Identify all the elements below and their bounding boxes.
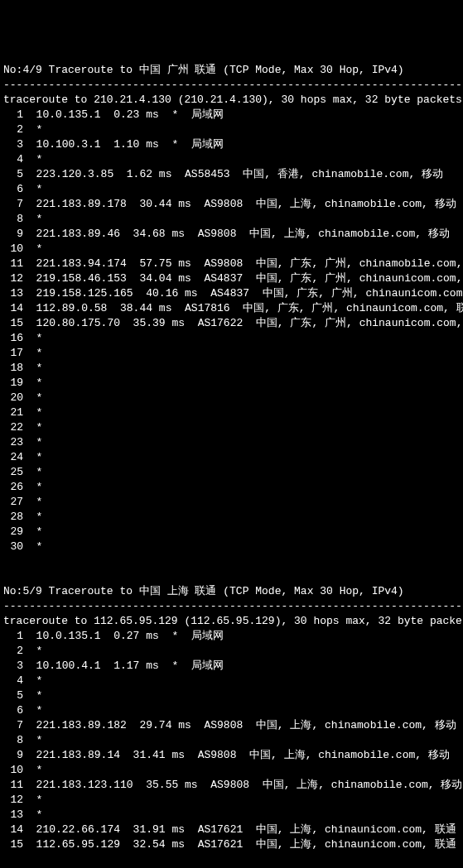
hop-row: 15 120.80.175.70 35.39 ms AS17622 中国, 广东… xyxy=(3,316,463,331)
hop-text: * xyxy=(23,213,42,225)
hop-row: 26 * xyxy=(3,480,463,495)
hop-row: 27 * xyxy=(3,495,463,510)
hop-row: 19 * xyxy=(3,376,463,391)
hop-text: 112.89.0.58 38.44 ms AS17816 中国, 广东, 广州,… xyxy=(23,302,463,314)
hop-row: 18 * xyxy=(3,361,463,376)
hop-row: 3 10.100.3.1 1.10 ms * 局域网 xyxy=(3,137,463,152)
hop-number: 5 xyxy=(3,167,23,182)
hop-number: 13 xyxy=(3,808,23,822)
hop-number: 17 xyxy=(3,346,23,361)
hop-text: * xyxy=(23,511,42,523)
hop-text: * xyxy=(23,183,42,195)
hop-row: 2 * xyxy=(3,644,463,659)
hop-row: 12 * xyxy=(3,793,463,808)
hop-row: 13 * xyxy=(3,808,463,822)
hop-number: 28 xyxy=(3,510,23,525)
hop-row: 11 221.183.123.110 35.55 ms AS9808 中国, 上… xyxy=(3,778,463,793)
hop-number: 4 xyxy=(3,674,23,688)
hop-number: 10 xyxy=(3,763,23,778)
hop-number: 19 xyxy=(3,376,23,391)
hop-number: 24 xyxy=(3,450,23,465)
hop-number: 13 xyxy=(3,286,23,301)
hop-text: * xyxy=(23,466,42,478)
hop-row: 28 * xyxy=(3,510,463,525)
hop-row: 20 * xyxy=(3,391,463,405)
traceroute-header: No:4/9 Traceroute to 中国 广州 联通 (TCP Mode,… xyxy=(3,63,463,78)
hop-number: 7 xyxy=(3,718,23,733)
hop-row: 17 * xyxy=(3,346,463,361)
hop-text: 219.158.46.153 34.04 ms AS4837 中国, 广东, 广… xyxy=(23,272,463,285)
hop-text: 221.183.89.178 30.44 ms AS9808 中国, 上海, c… xyxy=(23,198,456,210)
hop-number: 20 xyxy=(3,391,23,405)
hop-text: 221.183.89.14 31.41 ms AS9808 中国, 上海, ch… xyxy=(23,749,450,761)
hop-row: 14 210.22.66.174 31.91 ms AS17621 中国, 上海… xyxy=(3,822,463,837)
hop-text: 221.183.89.182 29.74 ms AS9808 中国, 上海, c… xyxy=(23,719,456,731)
hop-number: 29 xyxy=(3,525,23,540)
hop-text: * xyxy=(23,376,42,389)
hop-text: 120.80.175.70 35.39 ms AS17622 中国, 广东, 广… xyxy=(23,317,463,329)
traceroute-command: traceroute to 112.65.95.129 (112.65.95.1… xyxy=(3,614,463,629)
hop-row: 3 10.100.4.1 1.17 ms * 局域网 xyxy=(3,659,463,674)
hop-text: * xyxy=(23,242,42,255)
hop-number: 1 xyxy=(3,108,23,122)
hop-text: * xyxy=(23,123,42,136)
hop-text: 10.0.135.1 0.23 ms * 局域网 xyxy=(23,108,224,121)
hop-row: 11 221.183.94.174 57.75 ms AS9808 中国, 广东… xyxy=(3,257,463,271)
hop-number: 8 xyxy=(3,212,23,227)
hop-number: 2 xyxy=(3,122,23,137)
hop-text: * xyxy=(23,481,42,493)
hop-number: 12 xyxy=(3,793,23,808)
hop-text: 223.120.3.85 1.62 ms AS58453 中国, 香港, chi… xyxy=(23,168,443,180)
hop-number: 10 xyxy=(3,242,23,257)
hop-number: 30 xyxy=(3,540,23,554)
hop-number: 11 xyxy=(3,778,23,793)
hop-number: 11 xyxy=(3,257,23,271)
hop-row: 7 221.183.89.182 29.74 ms AS9808 中国, 上海,… xyxy=(3,718,463,733)
hop-text: * xyxy=(23,421,42,434)
hop-number: 8 xyxy=(3,733,23,748)
hop-text: * xyxy=(23,451,42,463)
terminal-output: No:4/9 Traceroute to 中国 广州 联通 (TCP Mode,… xyxy=(3,63,463,868)
hop-number: 23 xyxy=(3,435,23,450)
hop-row: 8 * xyxy=(3,212,463,227)
hop-text: * xyxy=(23,362,42,374)
hop-text: * xyxy=(23,734,42,746)
hop-text: * xyxy=(23,406,42,419)
hop-number: 5 xyxy=(3,688,23,703)
hop-number: 27 xyxy=(3,495,23,510)
hop-row: 1 10.0.135.1 0.23 ms * 局域网 xyxy=(3,108,463,122)
hop-number: 16 xyxy=(3,331,23,346)
hop-number: 12 xyxy=(3,271,23,286)
hop-row: 30 * xyxy=(3,540,463,554)
hop-text: * xyxy=(23,153,42,165)
blank-line xyxy=(3,554,463,569)
hop-number: 14 xyxy=(3,301,23,316)
hop-number: 9 xyxy=(3,748,23,763)
hop-row: 16 * xyxy=(3,331,463,346)
hop-text: * xyxy=(23,808,42,821)
hop-text: * xyxy=(23,436,42,448)
hop-row: 9 221.183.89.46 34.68 ms AS9808 中国, 上海, … xyxy=(3,227,463,242)
hop-text: * xyxy=(23,391,42,404)
hop-number: 18 xyxy=(3,361,23,376)
hop-number: 7 xyxy=(3,197,23,212)
blank-line xyxy=(3,569,463,584)
traceroute-header: No:5/9 Traceroute to 中国 上海 联通 (TCP Mode,… xyxy=(3,584,463,599)
hop-number: 3 xyxy=(3,137,23,152)
traceroute-command: traceroute to 210.21.4.130 (210.21.4.130… xyxy=(3,93,463,108)
hop-text: 221.183.94.174 57.75 ms AS9808 中国, 广东, 广… xyxy=(23,257,463,270)
hop-number: 15 xyxy=(3,837,23,852)
hop-row: 10 * xyxy=(3,763,463,778)
hop-number: 9 xyxy=(3,227,23,242)
hop-text: 10.100.3.1 1.10 ms * 局域网 xyxy=(23,138,224,151)
hop-number: 2 xyxy=(3,644,23,659)
hop-row: 22 * xyxy=(3,420,463,435)
hop-row: 10 * xyxy=(3,242,463,257)
divider-line: ----------------------------------------… xyxy=(3,78,463,93)
hop-text: * xyxy=(23,332,42,344)
hop-row: 4 * xyxy=(3,152,463,167)
blank-line xyxy=(3,852,463,867)
hop-text: * xyxy=(23,347,42,359)
hop-row: 14 112.89.0.58 38.44 ms AS17816 中国, 广东, … xyxy=(3,301,463,316)
hop-row: 5 * xyxy=(3,688,463,703)
